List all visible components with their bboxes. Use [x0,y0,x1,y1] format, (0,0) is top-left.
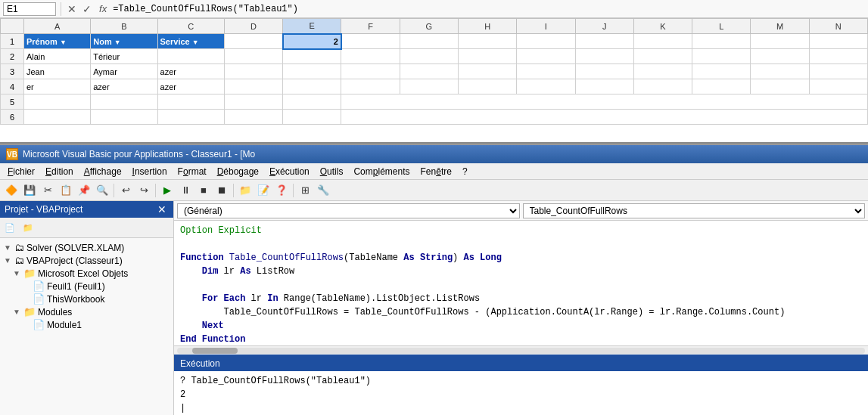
cell-c4[interactable]: azer [157,79,224,94]
cell-f1[interactable] [341,34,400,49]
tree-item-vbaproject[interactable]: ▼ 🗂 VBAProject (Classeur1) [3,254,170,267]
tree-item-thisworkbook[interactable]: 📄 ThisWorkbook [3,293,170,305]
cell-m4[interactable] [751,79,809,94]
toolbar-redo[interactable]: ↪ [135,182,152,199]
cell-c1[interactable]: Service ▼ [157,34,224,49]
cell-e2[interactable] [283,49,341,64]
cell-n4[interactable] [809,79,867,94]
cell-m2[interactable] [751,49,809,64]
cell-a5[interactable] [23,94,90,110]
menu-fenetre[interactable]: Fenêtre [416,165,456,178]
cell-k2[interactable] [633,49,692,64]
menu-execution[interactable]: Exécution [265,165,314,178]
cell-b4[interactable]: azer [91,79,157,94]
cell-l1[interactable] [692,34,751,49]
menu-format[interactable]: Format [173,165,211,178]
cell-e5[interactable] [283,94,341,110]
col-header-n[interactable]: N [809,19,867,34]
toolbar-find[interactable]: 🔍 [94,182,110,199]
col-header-g[interactable]: G [400,19,458,34]
cell-f2[interactable] [341,49,400,64]
cell-g4[interactable] [400,79,458,94]
cell-d6[interactable] [224,110,282,125]
toolbar-cut[interactable]: ✂ [39,182,56,199]
cell-h1[interactable] [458,34,516,49]
cell-a6[interactable] [23,110,90,125]
cell-k4[interactable] [633,79,692,94]
cell-m1[interactable] [751,34,809,49]
cell-g2[interactable] [400,49,458,64]
function-combo[interactable]: Table_CountOfFullRows [523,203,866,218]
toolbar-save[interactable]: 💾 [21,182,38,199]
col-header-j[interactable]: J [575,19,633,34]
formula-input[interactable]: =Table_CountOfFullRows("Tableau1") [113,4,865,14]
project-panel-close[interactable]: ✕ [155,203,169,215]
panel-btn-1[interactable]: 📄 [2,219,18,236]
cell-f3[interactable] [341,64,400,79]
cell-n3[interactable] [809,64,867,79]
cell-l4[interactable] [692,79,751,94]
cell-j1[interactable] [575,34,633,49]
cell-reference-box[interactable]: E1 [3,2,56,16]
cell-d5[interactable] [224,94,282,110]
cell-j4[interactable] [575,79,633,94]
cell-g3[interactable] [400,64,458,79]
cell-e3[interactable] [283,64,341,79]
col-header-e[interactable]: E [283,19,341,34]
col-header-d[interactable]: D [224,19,282,34]
cell-a1[interactable]: Prénom ▼ [23,34,90,49]
cell-c2[interactable] [157,49,224,64]
cell-k3[interactable] [633,64,692,79]
cell-k1[interactable] [633,34,692,49]
toolbar-undo[interactable]: ↩ [117,182,134,199]
cell-h4[interactable] [458,79,516,94]
cell-m3[interactable] [751,64,809,79]
toolbar-vba-icon[interactable]: 🔶 [3,182,20,199]
cell-b1[interactable]: Nom ▼ [91,34,157,49]
cell-e1[interactable]: 2 [283,34,341,49]
tree-item-module1[interactable]: 📄 Module1 [3,318,170,331]
cell-d3[interactable] [224,64,282,79]
cell-i3[interactable] [517,64,575,79]
toolbar-props[interactable]: 📝 [255,182,272,199]
col-header-m[interactable]: M [751,19,809,34]
cell-c3[interactable]: azer [157,64,224,79]
cell-h3[interactable] [458,64,516,79]
cell-e6[interactable] [283,110,341,125]
code-editor[interactable]: Option Explicit Function Table_CountOfFu… [174,221,868,345]
menu-fichier[interactable]: Fichier [3,165,39,178]
tree-item-modules[interactable]: ▼ 📁 Modules [3,305,170,318]
menu-insertion[interactable]: Insertion [128,165,172,178]
cell-b2[interactable]: Térieur [91,49,157,64]
cell-c5[interactable] [157,94,224,110]
col-header-c[interactable]: C [157,19,224,34]
general-combo[interactable]: (Général) [177,203,520,218]
toolbar-extra2[interactable]: 🔧 [315,182,331,199]
cancel-formula-icon[interactable]: ✕ [66,3,78,15]
menu-edition[interactable]: Edition [41,165,78,178]
scrollbar-track[interactable] [177,348,865,354]
col-header-a[interactable]: A [23,19,90,34]
tree-item-feuil1[interactable]: 📄 Feuil1 (Feuil1) [3,280,170,293]
confirm-formula-icon[interactable]: ✓ [81,3,93,15]
cell-j2[interactable] [575,49,633,64]
cell-g1[interactable] [400,34,458,49]
cell-h2[interactable] [458,49,516,64]
cell-n2[interactable] [809,49,867,64]
menu-help[interactable]: ? [458,165,472,178]
col-header-k[interactable]: K [633,19,692,34]
toolbar-project[interactable]: 📁 [237,182,254,199]
cell-d1[interactable] [224,34,282,49]
scrollbar-thumb[interactable] [192,348,238,354]
toolbar-help2[interactable]: ❓ [273,182,290,199]
cell-d2[interactable] [224,49,282,64]
cell-a3[interactable]: Jean [23,64,90,79]
col-header-i[interactable]: I [517,19,575,34]
col-header-b[interactable]: B [91,19,157,34]
cell-l3[interactable] [692,64,751,79]
menu-affichage[interactable]: Affichage [79,165,126,178]
cell-n1[interactable] [809,34,867,49]
toolbar-pause[interactable]: ⏸ [177,182,194,199]
toolbar-extra1[interactable]: ⊞ [297,182,313,199]
panel-btn-2[interactable]: 📁 [20,219,36,236]
